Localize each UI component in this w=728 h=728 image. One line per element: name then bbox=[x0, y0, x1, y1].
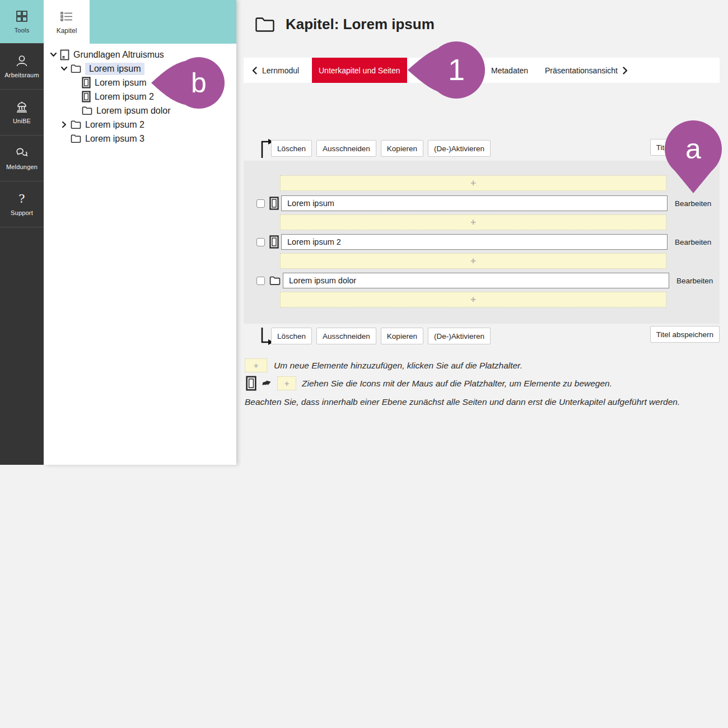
sidebar-item-label: Support bbox=[11, 209, 33, 216]
insert-placeholder[interactable]: + bbox=[280, 214, 666, 230]
person-icon bbox=[15, 54, 29, 68]
tab-kapitel-label: Kapitel bbox=[57, 27, 77, 35]
row-checkbox[interactable] bbox=[256, 238, 265, 246]
save-title-button[interactable]: Titel abspeichern bbox=[650, 326, 720, 343]
toggle-activate-button[interactable]: (De-)Aktivieren bbox=[428, 328, 491, 344]
sidebar-item-label: Arbeitsraum bbox=[4, 72, 39, 78]
row-checkbox[interactable] bbox=[256, 277, 265, 285]
page-icon bbox=[82, 91, 91, 102]
tree-item-label: Lorem ipsum 2 bbox=[95, 92, 154, 102]
edit-link[interactable]: Bearbeiten bbox=[675, 199, 711, 208]
sidebar-item-label: Meldungen bbox=[6, 164, 38, 170]
folder-icon bbox=[71, 64, 81, 73]
delete-button[interactable]: Löschen bbox=[271, 328, 312, 344]
row-title-input[interactable] bbox=[281, 195, 668, 211]
insert-placeholder[interactable]: + bbox=[280, 175, 666, 191]
sidebar-item-label: Tools bbox=[15, 27, 30, 34]
chapter-folder-icon bbox=[255, 16, 275, 32]
tab-unterkapitel-und-seiten[interactable]: Unterkapitel und Seiten bbox=[312, 58, 407, 83]
university-icon bbox=[15, 100, 29, 114]
marker-1-label: 1 bbox=[448, 53, 465, 86]
help-text: Beachten Sie, dass innerhalb einer Ebene… bbox=[245, 397, 680, 407]
marker-b-label: b bbox=[191, 67, 207, 99]
page-header: Kapitel: Lorem ipsum bbox=[255, 16, 435, 33]
help-line-order-note: Beachten Sie, dass innerhalb einer Ebene… bbox=[245, 397, 680, 407]
chevron-right-icon[interactable] bbox=[59, 120, 68, 129]
insert-placeholder[interactable]: + bbox=[280, 292, 666, 307]
tab-metadaten-label: Metadaten bbox=[491, 66, 528, 75]
placeholder-chip: + bbox=[245, 358, 267, 372]
edit-link[interactable]: Bearbeiten bbox=[676, 277, 713, 285]
chat-icon bbox=[15, 146, 29, 160]
cut-button[interactable]: Ausschneiden bbox=[316, 140, 376, 157]
tree-item-label: Lorem ipsum bbox=[95, 78, 146, 88]
app-sidebar: Tools Arbeitsraum UniBE Meldungen ? Supp… bbox=[0, 0, 44, 465]
structure-list-panel: + Bearbeiten + Bearbeiten + bbox=[244, 161, 720, 324]
learnmodule-icon bbox=[60, 49, 69, 60]
page-title: Kapitel: Lorem ipsum bbox=[286, 16, 435, 33]
sidebar-item-label: UniBE bbox=[13, 118, 31, 124]
insert-placeholder[interactable]: + bbox=[280, 253, 666, 269]
folder-icon bbox=[71, 120, 81, 129]
toggle-activate-button[interactable]: (De-)Aktivieren bbox=[428, 140, 491, 157]
drag-arrow-icon bbox=[262, 379, 272, 388]
toolbar-top: Löschen Ausschneiden Kopieren (De-)Aktiv… bbox=[271, 140, 491, 157]
help-text: Ziehen Sie die Icons mit der Maus auf di… bbox=[302, 379, 612, 389]
tree-item-label: Lorem ipsum bbox=[85, 63, 144, 75]
grid-icon bbox=[15, 10, 29, 23]
row-title-input[interactable] bbox=[283, 273, 669, 288]
annotation-marker-b: b bbox=[150, 56, 225, 110]
tree-item-label: Lorem ipsum 2 bbox=[85, 120, 144, 130]
list-row-lorem-ipsum-dolor: Bearbeiten bbox=[244, 273, 720, 288]
page-icon bbox=[246, 376, 256, 391]
page-icon[interactable] bbox=[269, 197, 279, 210]
sidebar-item-support[interactable]: ? Support bbox=[0, 181, 44, 227]
list-icon bbox=[59, 11, 74, 23]
explorer-header: Kapitel bbox=[44, 0, 236, 45]
chevron-right-icon bbox=[623, 67, 628, 74]
sidebar-item-tools[interactable]: Tools bbox=[0, 0, 44, 44]
copy-button[interactable]: Kopieren bbox=[381, 140, 423, 157]
tab-kapitel[interactable]: Kapitel bbox=[44, 0, 90, 45]
delete-button[interactable]: Löschen bbox=[271, 140, 312, 157]
list-row-lorem-ipsum-2: Bearbeiten bbox=[244, 234, 720, 250]
sidebar-item-arbeitsraum[interactable]: Arbeitsraum bbox=[0, 44, 44, 90]
tab-metadaten[interactable]: Metadaten bbox=[491, 58, 528, 83]
annotation-marker-a: a bbox=[662, 120, 725, 195]
marker-a-label: a bbox=[685, 133, 701, 165]
chevron-down-icon[interactable] bbox=[49, 50, 58, 59]
list-row-lorem-ipsum: Bearbeiten bbox=[244, 195, 720, 211]
row-checkbox[interactable] bbox=[256, 199, 265, 208]
explorer-header-strip bbox=[90, 0, 236, 44]
folder-icon bbox=[82, 106, 92, 115]
tree-item-lorem-ipsum-2-chapter[interactable]: Lorem ipsum 2 bbox=[44, 118, 236, 132]
tab-active-label: Unterkapitel und Seiten bbox=[319, 66, 400, 75]
copy-button[interactable]: Kopieren bbox=[381, 328, 423, 344]
cut-button[interactable]: Ausschneiden bbox=[316, 328, 376, 344]
folder-icon bbox=[71, 134, 81, 143]
page-icon[interactable] bbox=[269, 235, 279, 249]
tree-item-label: Lorem ipsum 3 bbox=[85, 134, 144, 144]
tab-praesentation-label: Präsentationsansicht bbox=[545, 66, 618, 75]
question-icon: ? bbox=[18, 192, 25, 206]
annotation-marker-1: 1 bbox=[407, 41, 486, 99]
page-icon bbox=[82, 77, 91, 88]
tab-praesentationsansicht[interactable]: Präsentationsansicht bbox=[545, 58, 628, 83]
row-title-input[interactable] bbox=[281, 234, 668, 250]
tree-item-lorem-ipsum-3-chapter[interactable]: Lorem ipsum 3 bbox=[44, 132, 236, 146]
toolbar-bottom: Löschen Ausschneiden Kopieren (De-)Aktiv… bbox=[271, 328, 491, 344]
chevron-down-icon[interactable] bbox=[59, 64, 68, 73]
sidebar-item-unibe[interactable]: UniBE bbox=[0, 90, 44, 136]
help-line-placeholders: + Um neue Elemente hinzuzufügen, klicken… bbox=[245, 358, 522, 372]
tab-back-label: Lernmodul bbox=[262, 66, 299, 75]
help-line-drag-icons: + Ziehen Sie die Icons mit der Maus auf … bbox=[246, 376, 612, 391]
help-text: Um neue Elemente hinzuzufügen, klicken S… bbox=[274, 361, 522, 371]
tab-back-lernmodul[interactable]: Lernmodul bbox=[252, 58, 299, 83]
edit-link[interactable]: Bearbeiten bbox=[675, 238, 711, 246]
chevron-left-icon bbox=[252, 67, 257, 74]
placeholder-chip: + bbox=[277, 376, 296, 390]
sidebar-item-meldungen[interactable]: Meldungen bbox=[0, 136, 44, 181]
folder-icon[interactable] bbox=[269, 276, 281, 286]
